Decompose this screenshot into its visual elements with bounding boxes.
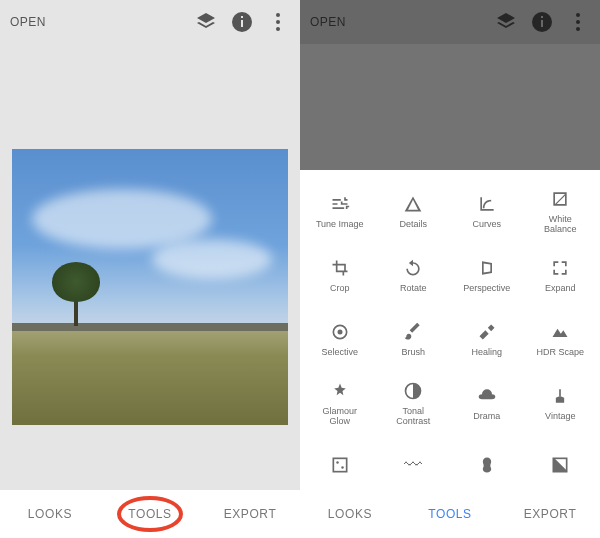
tool-label: Healing bbox=[471, 347, 502, 357]
tool-row5-3[interactable] bbox=[451, 436, 523, 490]
white-balance-icon bbox=[549, 188, 571, 210]
details-icon bbox=[402, 193, 424, 215]
grainy-film-icon bbox=[329, 454, 351, 476]
hdr-scape-icon bbox=[549, 321, 571, 343]
tool-row5-1[interactable] bbox=[304, 436, 376, 490]
tool-label: Expand bbox=[545, 283, 576, 293]
tool-brush[interactable]: Brush bbox=[378, 308, 450, 370]
tool-selective[interactable]: Selective bbox=[304, 308, 376, 370]
tool-rotate[interactable]: Rotate bbox=[378, 244, 450, 306]
screen-left: OPEN LOOKS TOOLS EXPORT bbox=[0, 0, 300, 538]
tool-row5-2[interactable]: 〰 bbox=[378, 436, 450, 490]
tool-vintage[interactable]: Vintage bbox=[525, 372, 597, 434]
info-icon[interactable] bbox=[230, 10, 254, 34]
nav-tools-label: TOOLS bbox=[128, 507, 171, 521]
tool-curves[interactable]: Curves bbox=[451, 180, 523, 242]
tool-label: Curves bbox=[472, 219, 501, 229]
drama-icon bbox=[476, 385, 498, 407]
tool-label: Perspective bbox=[463, 283, 510, 293]
tool-label: Tonal Contrast bbox=[396, 406, 430, 427]
selective-icon bbox=[329, 321, 351, 343]
tool-white-balance[interactable]: White Balance bbox=[525, 180, 597, 242]
tool-label: White Balance bbox=[544, 214, 577, 235]
canvas-area[interactable] bbox=[0, 44, 300, 490]
svg-rect-2 bbox=[241, 16, 243, 18]
healing-icon bbox=[476, 321, 498, 343]
vintage-icon bbox=[549, 385, 571, 407]
tune-icon bbox=[329, 193, 351, 215]
more-icon[interactable] bbox=[266, 10, 290, 34]
tool-label: Glamour Glow bbox=[322, 406, 357, 427]
tool-label: HDR Scape bbox=[536, 347, 584, 357]
grunge-icon bbox=[476, 454, 498, 476]
dim-overlay[interactable] bbox=[300, 0, 600, 170]
nav-tools[interactable]: TOOLS bbox=[100, 490, 200, 538]
tool-label: Details bbox=[399, 219, 427, 229]
tool-expand[interactable]: Expand bbox=[525, 244, 597, 306]
perspective-icon bbox=[476, 257, 498, 279]
topbar: OPEN bbox=[0, 0, 300, 44]
tool-drama[interactable]: Drama bbox=[451, 372, 523, 434]
layers-icon[interactable] bbox=[194, 10, 218, 34]
svg-rect-15 bbox=[333, 458, 346, 471]
nav-tools[interactable]: TOOLS bbox=[400, 490, 500, 538]
brush-icon bbox=[402, 321, 424, 343]
expand-icon bbox=[549, 257, 571, 279]
tool-label: Drama bbox=[473, 411, 500, 421]
svg-point-3 bbox=[276, 13, 280, 17]
nav-looks[interactable]: LOOKS bbox=[0, 490, 100, 538]
open-button[interactable]: OPEN bbox=[10, 15, 46, 29]
crop-icon bbox=[329, 257, 351, 279]
bottom-nav: LOOKS TOOLS EXPORT bbox=[0, 490, 300, 538]
glamour-glow-icon bbox=[329, 380, 351, 402]
nav-export[interactable]: EXPORT bbox=[500, 490, 600, 538]
svg-point-16 bbox=[336, 461, 339, 464]
tools-panel: Tune Image Details Curves White Balance bbox=[300, 170, 600, 490]
tool-label: Vintage bbox=[545, 411, 575, 421]
nav-export[interactable]: EXPORT bbox=[200, 490, 300, 538]
tool-tune-image[interactable]: Tune Image bbox=[304, 180, 376, 242]
photo-preview bbox=[12, 149, 288, 425]
screen-right: OPEN Tune Image Details bbox=[300, 0, 600, 538]
svg-point-4 bbox=[276, 20, 280, 24]
tool-label: Selective bbox=[321, 347, 358, 357]
tool-label: Brush bbox=[401, 347, 425, 357]
rotate-icon bbox=[402, 257, 424, 279]
tool-crop[interactable]: Crop bbox=[304, 244, 376, 306]
svg-point-5 bbox=[276, 27, 280, 31]
svg-point-17 bbox=[341, 466, 344, 469]
tool-label: Crop bbox=[330, 283, 350, 293]
curves-icon bbox=[476, 193, 498, 215]
retrolux-icon: 〰 bbox=[402, 454, 424, 476]
tool-details[interactable]: Details bbox=[378, 180, 450, 242]
tool-tonal-contrast[interactable]: Tonal Contrast bbox=[378, 372, 450, 434]
tool-label: Rotate bbox=[400, 283, 427, 293]
tool-healing[interactable]: Healing bbox=[451, 308, 523, 370]
tool-perspective[interactable]: Perspective bbox=[451, 244, 523, 306]
tool-label: Tune Image bbox=[316, 219, 364, 229]
tool-row5-4[interactable] bbox=[525, 436, 597, 490]
tool-glamour-glow[interactable]: Glamour Glow bbox=[304, 372, 376, 434]
bw-icon bbox=[549, 454, 571, 476]
nav-looks[interactable]: LOOKS bbox=[300, 490, 400, 538]
tool-hdr-scape[interactable]: HDR Scape bbox=[525, 308, 597, 370]
svg-rect-1 bbox=[241, 20, 243, 27]
bottom-nav: LOOKS TOOLS EXPORT bbox=[300, 490, 600, 538]
svg-point-13 bbox=[337, 329, 342, 334]
tonal-contrast-icon bbox=[402, 380, 424, 402]
